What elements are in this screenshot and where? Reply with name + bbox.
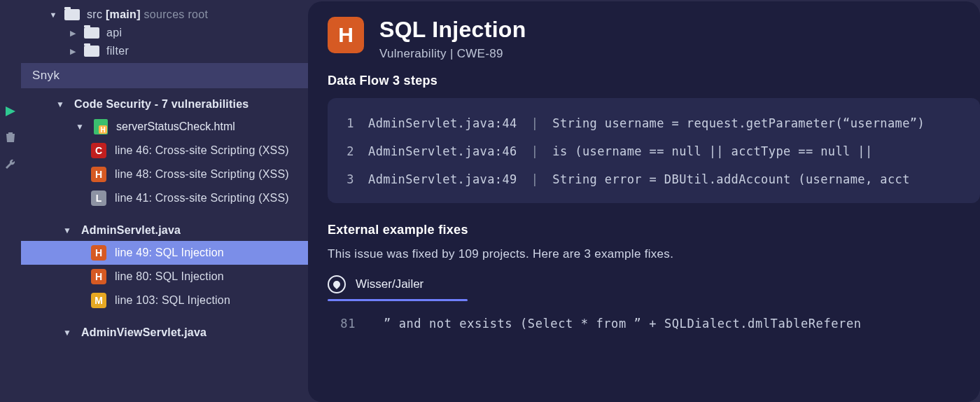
severity-badge-high: H bbox=[91, 167, 106, 182]
github-icon bbox=[328, 275, 346, 293]
wrench-icon[interactable] bbox=[5, 158, 16, 172]
vuln-item-label: line 41: Cross-site Scripting (XSS) bbox=[115, 192, 289, 205]
severity-badge-high: H bbox=[91, 245, 106, 261]
html-file-icon bbox=[94, 119, 108, 134]
vuln-file-row[interactable]: ▼ AdminViewServlet.java bbox=[21, 322, 308, 343]
vuln-file-row[interactable]: ▼ serverStatusCheck.html bbox=[21, 115, 308, 139]
tree-row-api[interactable]: ▶ api bbox=[69, 24, 308, 42]
sidebar: ▼ src [main] sources root ▶ api ▶ filter… bbox=[21, 0, 308, 402]
issue-subtitle: Vulnerability | CWE-89 bbox=[379, 47, 526, 61]
file-tree: ▼ src [main] sources root ▶ api ▶ filter bbox=[21, 0, 308, 63]
dataflow-step[interactable]: 2 AdminServlet.java:46| is (username == … bbox=[344, 137, 963, 165]
tree-row-src[interactable]: ▼ src [main] sources root bbox=[49, 6, 308, 24]
severity-badge-medium: M bbox=[91, 293, 106, 308]
tree-label: src [main] sources root bbox=[87, 8, 208, 21]
vuln-group-header[interactable]: ▼ Code Security - 7 vulnerabilities bbox=[21, 94, 308, 115]
dataflow-panel: 1 AdminServlet.java:44| String username … bbox=[328, 98, 980, 203]
vuln-item[interactable]: M line 103: SQL Injection bbox=[21, 289, 308, 312]
vuln-item[interactable]: L line 41: Cross-site Scripting (XSS) bbox=[21, 186, 308, 210]
folder-icon bbox=[64, 9, 80, 20]
chevron-down-icon: ▼ bbox=[49, 11, 57, 19]
fix-code-line: 81 ” and not exsists (Select * from ” + … bbox=[328, 301, 980, 331]
vuln-item[interactable]: C line 46: Cross-site Scripting (XSS) bbox=[21, 139, 308, 162]
vuln-item[interactable]: H line 80: SQL Injection bbox=[21, 265, 308, 289]
dataflow-step[interactable]: 1 AdminServlet.java:44| String username … bbox=[344, 109, 963, 137]
vuln-file-label: AdminServlet.java bbox=[81, 224, 181, 237]
chevron-down-icon: ▼ bbox=[63, 226, 73, 235]
folder-icon bbox=[84, 27, 99, 39]
play-icon[interactable] bbox=[6, 106, 15, 119]
tool-rail bbox=[0, 0, 21, 402]
vuln-item[interactable]: H line 49: SQL Injection bbox=[21, 241, 308, 265]
fix-tab-label: Wisser/Jailer bbox=[356, 277, 424, 291]
line-number: 81 bbox=[328, 317, 356, 331]
chevron-right-icon: ▶ bbox=[69, 47, 77, 56]
issue-title: SQL Injection bbox=[379, 17, 526, 43]
chevron-down-icon: ▼ bbox=[56, 99, 66, 109]
chevron-down-icon: ▼ bbox=[76, 122, 85, 132]
severity-badge-low: L bbox=[91, 190, 106, 206]
dataflow-step[interactable]: 3 AdminServlet.java:49| String error = D… bbox=[344, 165, 963, 193]
vuln-file-label: AdminViewServlet.java bbox=[81, 326, 206, 339]
vuln-item-label: line 48: Cross-site Scripting (XSS) bbox=[115, 168, 289, 181]
trash-icon[interactable] bbox=[5, 132, 16, 146]
external-fixes-desc: This issue was fixed by 109 projects. He… bbox=[328, 247, 980, 261]
vuln-item-label: line 103: SQL Injection bbox=[115, 294, 230, 307]
vuln-group-label: Code Security - 7 vulnerabilities bbox=[74, 98, 248, 111]
vuln-item[interactable]: H line 48: Cross-site Scripting (XSS) bbox=[21, 162, 308, 186]
severity-badge-critical: C bbox=[91, 143, 106, 158]
tree-label: filter bbox=[106, 45, 129, 57]
vuln-item-label: line 80: SQL Injection bbox=[115, 270, 224, 283]
dataflow-header: Data Flow 3 steps bbox=[328, 74, 980, 88]
panel-title-snyk[interactable]: Snyk bbox=[21, 63, 308, 88]
chevron-right-icon: ▶ bbox=[69, 29, 77, 38]
vuln-tree: ▼ Code Security - 7 vulnerabilities ▼ se… bbox=[21, 88, 308, 343]
chevron-down-icon: ▼ bbox=[63, 328, 73, 338]
code-text: ” and not exsists (Select * from ” + SQL… bbox=[384, 317, 862, 331]
fix-tab[interactable]: Wisser/Jailer bbox=[328, 275, 980, 293]
tree-row-filter[interactable]: ▶ filter bbox=[69, 42, 308, 60]
severity-badge-high: H bbox=[328, 17, 364, 53]
severity-badge-high: H bbox=[91, 269, 106, 284]
external-fixes-header: External example fixes bbox=[328, 223, 980, 237]
folder-icon bbox=[84, 46, 99, 57]
vuln-file-row[interactable]: ▼ AdminServlet.java bbox=[21, 220, 308, 241]
vuln-item-label: line 46: Cross-site Scripting (XSS) bbox=[115, 144, 289, 157]
detail-panel: H SQL Injection Vulnerability | CWE-89 D… bbox=[308, 1, 980, 402]
vuln-item-label: line 49: SQL Injection bbox=[115, 247, 224, 259]
vuln-file-label: serverStatusCheck.html bbox=[116, 120, 235, 133]
tree-label: api bbox=[106, 27, 122, 39]
